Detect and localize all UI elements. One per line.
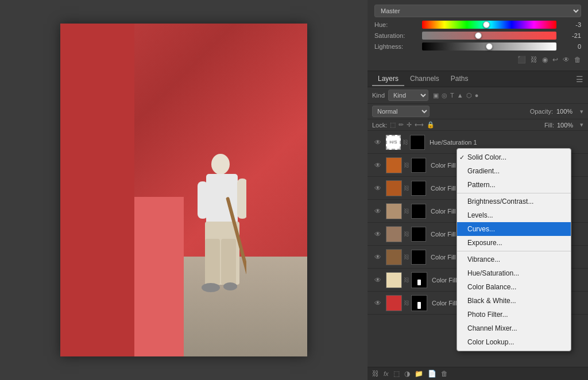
blend-row: Normal Opacity: 100% ▾: [368, 104, 588, 119]
layer-visibility-toggle[interactable]: 👁: [372, 138, 384, 146]
right-panel: Master Hue: -3 Saturation: -21 Lightness…: [368, 0, 588, 380]
svg-rect-5: [205, 239, 220, 285]
lock-transform-icon[interactable]: ⟷: [415, 121, 424, 129]
reset-icon[interactable]: ↩: [552, 56, 558, 64]
link-layers-icon[interactable]: ⛓: [372, 370, 379, 378]
layer-thumbnails: ⛓: [386, 180, 426, 196]
menu-item-curves[interactable]: Curves...: [457, 222, 571, 236]
menu-item-levels[interactable]: Levels...: [457, 208, 571, 222]
layer-thumb-color: [386, 295, 402, 311]
layers-bottom-bar: ⛓ fx ⬚ ◑ 📁 📄 🗑: [368, 367, 588, 380]
menu-item-hue-saturation[interactable]: Hue/Saturation...: [457, 266, 571, 280]
menu-divider-1: [457, 193, 571, 193]
visibility-icon[interactable]: ◉: [542, 56, 548, 64]
photo-wall-left: [60, 24, 134, 356]
type-filter-icon[interactable]: T: [450, 92, 454, 99]
layer-thumb-mask: [411, 181, 426, 196]
menu-item-channel-mixer[interactable]: Channel Mixer...: [457, 321, 571, 335]
fill-chevron[interactable]: ▾: [580, 121, 583, 129]
new-layer-icon[interactable]: 📄: [428, 370, 436, 378]
menu-divider-2: [457, 251, 571, 251]
layer-thumb-color: [386, 226, 402, 242]
lock-position-icon[interactable]: ✏: [399, 121, 404, 129]
layer-thumbnails: ⛓: [386, 249, 426, 265]
delete-icon[interactable]: 🗑: [574, 56, 581, 64]
chain-icon: ⛓: [404, 277, 409, 283]
chain-icon: ⛓: [404, 300, 409, 306]
blend-mode-dropdown[interactable]: Normal: [372, 106, 430, 117]
saturation-thumb[interactable]: [475, 32, 482, 39]
layer-thumbnails: H/S ⛓: [386, 135, 425, 150]
add-mask-icon[interactable]: ⬚: [393, 370, 400, 378]
layer-thumbnails: ⛓: [386, 226, 426, 242]
new-group-icon[interactable]: 📁: [415, 370, 423, 378]
channel-dropdown[interactable]: Master: [374, 5, 581, 17]
layer-visibility-toggle[interactable]: 👁: [372, 161, 384, 169]
lightness-track[interactable]: [422, 42, 556, 51]
opacity-label: Opacity:: [530, 108, 553, 115]
menu-item-color-balance[interactable]: Color Balance...: [457, 280, 571, 294]
menu-item-exposure[interactable]: Exposure...: [457, 236, 571, 250]
person-silhouette: [189, 150, 246, 305]
photo-background: [60, 24, 307, 356]
new-adjustment-icon[interactable]: ◑: [404, 370, 410, 378]
pixel-filter-icon[interactable]: ▣: [433, 92, 439, 99]
lock-artboard-icon[interactable]: ✛: [407, 121, 412, 129]
menu-item-solid-color[interactable]: ✓ Solid Color...: [457, 150, 571, 164]
mask-icon[interactable]: ⬛: [517, 56, 526, 64]
saturation-track[interactable]: [422, 32, 556, 40]
svg-point-8: [223, 282, 237, 290]
menu-item-gradient[interactable]: Gradient...: [457, 164, 571, 178]
lightness-thumb[interactable]: [486, 43, 493, 50]
svg-rect-3: [237, 179, 246, 219]
lock-row: Lock: ⬚ ✏ ✛ ⟷ 🔒 Fill: 100% ▾: [368, 119, 588, 131]
menu-item-brightness-contrast[interactable]: Brightness/Contrast...: [457, 195, 571, 208]
layer-visibility-toggle[interactable]: 👁: [372, 299, 384, 307]
menu-item-pattern[interactable]: Pattern...: [457, 178, 571, 192]
chain-icon: ⛓: [404, 185, 409, 191]
fill-value[interactable]: 100%: [557, 122, 577, 129]
eye-icon[interactable]: 👁: [563, 56, 570, 64]
tab-layers[interactable]: Layers: [372, 72, 404, 86]
layer-visibility-toggle[interactable]: 👁: [372, 230, 384, 238]
tab-paths[interactable]: Paths: [445, 72, 474, 86]
menu-item-color-lookup[interactable]: Color Lookup...: [457, 335, 571, 349]
svg-rect-6: [221, 239, 236, 285]
kind-dropdown[interactable]: Kind: [388, 90, 428, 101]
opacity-chevron[interactable]: ▾: [580, 108, 583, 115]
layer-visibility-toggle[interactable]: 👁: [372, 276, 384, 284]
layers-tabs: Layers Channels Paths ☰: [368, 71, 588, 87]
lock-pixels-icon[interactable]: ⬚: [390, 121, 396, 129]
lock-filter-icon[interactable]: ●: [475, 92, 479, 99]
tab-channels[interactable]: Channels: [404, 72, 445, 86]
hue-label: Hue:: [374, 21, 417, 28]
svg-point-7: [202, 283, 220, 292]
fx-label[interactable]: fx: [384, 370, 389, 377]
lock-icons: ⬚ ✏ ✛ ⟷ 🔒: [390, 121, 435, 129]
hue-thumb[interactable]: [483, 21, 490, 28]
toolbar-icons: ▣ ◎ T ▲ ⬡ ●: [433, 92, 478, 99]
hue-row: Hue: -3: [374, 21, 581, 29]
chain-icon: ⛓: [404, 231, 409, 237]
menu-item-photo-filter[interactable]: Photo Filter...: [457, 308, 571, 321]
menu-item-vibrance[interactable]: Vibrance...: [457, 253, 571, 266]
hue-track[interactable]: [422, 21, 556, 29]
layer-thumbnails: ⛓: [386, 272, 427, 288]
smart-filter-icon[interactable]: ⬡: [466, 92, 472, 99]
opacity-value[interactable]: 100%: [556, 108, 577, 115]
layer-thumb-color: [386, 180, 402, 196]
menu-item-black-white[interactable]: Black & White...: [457, 294, 571, 308]
lock-all-icon[interactable]: 🔒: [427, 121, 435, 129]
canvas-area: [0, 0, 368, 380]
link-icon[interactable]: ⛓: [531, 56, 537, 64]
svg-point-0: [211, 154, 230, 175]
adjustment-filter-icon[interactable]: ◎: [442, 92, 447, 99]
layer-visibility-toggle[interactable]: 👁: [372, 184, 384, 192]
panel-menu-icon[interactable]: ☰: [576, 75, 583, 84]
delete-layer-icon[interactable]: 🗑: [441, 370, 448, 378]
shape-filter-icon[interactable]: ▲: [457, 92, 463, 99]
layer-visibility-toggle[interactable]: 👁: [372, 253, 384, 261]
list-item[interactable]: 👁 H/S ⛓ Hue/Saturation 1 ✓ Solid Color..…: [368, 131, 588, 154]
lock-label: Lock:: [372, 122, 387, 129]
layer-visibility-toggle[interactable]: 👁: [372, 207, 384, 215]
